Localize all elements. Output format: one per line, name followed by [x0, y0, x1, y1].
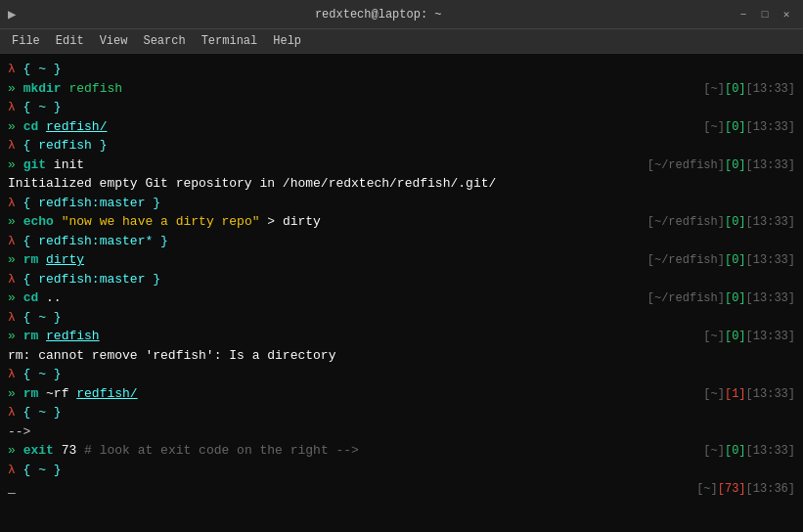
terminal-line: λ { redfish:master* }: [8, 232, 795, 251]
terminal-line: » rm ~rf redfish/ [~][1][13:33]: [8, 384, 795, 404]
menu-edit[interactable]: Edit: [48, 32, 92, 50]
terminal-cursor-line: _ [~][73][13:36]: [8, 479, 795, 499]
menu-search[interactable]: Search: [135, 32, 193, 50]
terminal-line: λ { redfish:master }: [8, 270, 795, 289]
terminal-line: λ { ~ }: [8, 365, 795, 384]
window-controls: − □ ✕: [735, 6, 795, 23]
terminal-line: » cd .. [~/redfish][0][13:33]: [8, 288, 795, 308]
titlebar-title: redxtech@laptop: ~: [22, 8, 735, 22]
terminal-line: » mkdir redfish [~][0][13:33]: [8, 79, 795, 99]
terminal-line: λ { ~ }: [8, 60, 795, 79]
menu-terminal[interactable]: Terminal: [194, 32, 266, 50]
maximize-button[interactable]: □: [756, 6, 774, 23]
terminal-line: » cd redfish/ [~][0][13:33]: [8, 117, 795, 137]
terminal-line: » git init [~/redfish][0][13:33]: [8, 155, 795, 175]
close-button[interactable]: ✕: [778, 6, 795, 23]
terminal-line: » rm redfish [~][0][13:33]: [8, 327, 795, 346]
titlebar: ▶ redxtech@laptop: ~ − □ ✕: [0, 0, 803, 29]
terminal-line: λ { redfish:master }: [8, 194, 795, 213]
terminal-icon: ▶: [8, 6, 16, 22]
terminal-line: Initialized empty Git repository in /hom…: [8, 174, 795, 194]
minimize-button[interactable]: −: [735, 6, 752, 23]
terminal-line: λ { ~ }: [8, 308, 795, 328]
terminal-line: » exit 73 # look at exit code on the rig…: [8, 441, 795, 461]
terminal-line: λ { ~ }: [8, 98, 795, 117]
terminal-line: λ { ~ }: [8, 403, 795, 422]
terminal-area[interactable]: λ { ~ } » mkdir redfish [~][0][13:33] λ …: [0, 54, 803, 532]
terminal-line: λ { redfish }: [8, 136, 795, 155]
terminal-line: λ { ~ }: [8, 461, 795, 480]
terminal-line: » echo "now we have a dirty repo" > dirt…: [8, 212, 795, 232]
titlebar-left: ▶: [8, 6, 22, 22]
menu-help[interactable]: Help: [265, 32, 309, 50]
terminal-line: rm: cannot remove 'redfish': Is a direct…: [8, 346, 795, 366]
menubar: File Edit View Search Terminal Help: [0, 29, 803, 54]
terminal-line: » rm dirty [~/redfish][0][13:33]: [8, 250, 795, 270]
menu-file[interactable]: File: [4, 32, 48, 50]
menu-view[interactable]: View: [92, 32, 136, 50]
